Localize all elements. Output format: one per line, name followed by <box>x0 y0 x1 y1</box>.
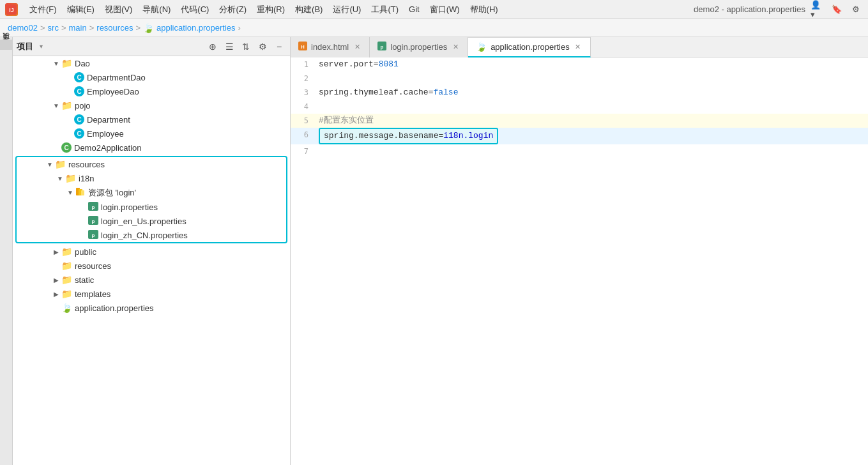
sidebar-flatten-icon[interactable]: ☰ <box>222 40 236 54</box>
folder-icon-i18n: 📁 <box>65 173 76 183</box>
code-line-4: 4 <box>291 100 868 114</box>
label-employee: Employee <box>87 129 124 139</box>
folder-icon-public: 📁 <box>61 247 72 257</box>
code-line-5: 5 #配置东实位置 <box>291 114 868 128</box>
label-i18n: i18n <box>79 174 95 183</box>
svg-text:H: H <box>301 44 305 50</box>
tab-label-index: index.html <box>311 42 349 52</box>
tree-item-employee[interactable]: C Employee <box>13 126 290 141</box>
tree-item-resources[interactable]: ▼ 📁 resources <box>17 157 286 171</box>
menu-navigate[interactable]: 导航(N) <box>137 3 176 17</box>
editor-area: H index.html ✕ p login.properties ✕ 🍃 ap… <box>291 37 868 465</box>
menu-window[interactable]: 窗口(W) <box>425 3 465 17</box>
line-num-1: 1 <box>291 57 316 72</box>
label-login-props: login.properties <box>101 202 158 212</box>
breadcrumb-resources[interactable]: resources <box>96 23 133 33</box>
tree-item-department[interactable]: C Department <box>13 112 290 126</box>
bookmark-icon[interactable]: 🔖 <box>830 3 844 17</box>
code-line6-prefix: spring.message.basename= <box>324 131 443 141</box>
tree-item-templates[interactable]: ▶ 📁 templates <box>13 287 290 301</box>
label-templates: templates <box>75 289 110 299</box>
tab-close-index[interactable]: ✕ <box>353 43 362 52</box>
tree-item-static[interactable]: ▶ 📁 static <box>13 273 290 287</box>
sidebar-close-icon[interactable]: − <box>272 40 286 54</box>
tree-item-public[interactable]: ▶ 📁 public <box>13 245 290 259</box>
tree-item-pojo[interactable]: ▼ 📁 pojo <box>13 98 290 112</box>
tree-item-dao[interactable]: ▼ 📁 Dao <box>13 56 290 70</box>
account-icon[interactable]: 👤▾ <box>811 3 825 17</box>
spring-leaf-icon-tree: 🍃 <box>61 303 72 313</box>
tree-item-i18n[interactable]: ▼ 📁 i18n <box>17 171 286 185</box>
props-icon-login: p <box>88 202 98 213</box>
bundle-icon <box>75 187 86 199</box>
menu-refactor[interactable]: 重构(R) <box>252 3 290 17</box>
main-layout: 项目 项目 ▾ ⊕ ☰ ⇅ ⚙ − ▼ 📁 Dao C D <box>0 37 868 465</box>
menu-analyze[interactable]: 分析(Z) <box>214 3 252 17</box>
folder-icon-resources: 📁 <box>55 159 66 169</box>
label-department: Department <box>87 115 130 125</box>
code-content-1: server.port=8081 <box>316 57 399 72</box>
html-icon: H <box>298 42 307 52</box>
code-line-3: 3 spring.thymeleaf.cache=false <box>291 86 868 100</box>
svg-text:p: p <box>92 204 95 210</box>
tree-item-resources-sub[interactable]: 📁 resources <box>13 259 290 273</box>
class-icon-department: C <box>74 114 84 125</box>
tree-item-employeedao[interactable]: C EmployeeDao <box>13 84 290 98</box>
code-line6-suffix: i18n.login <box>443 131 493 141</box>
resource-highlight-box: ▼ 📁 resources ▼ 📁 i18n ▼ 资源包 'login' <box>15 156 287 243</box>
tab-login-props[interactable]: p login.properties ✕ <box>370 37 468 57</box>
label-pojo: pojo <box>75 101 91 111</box>
folder-icon-dao: 📁 <box>61 58 72 68</box>
breadcrumb-main[interactable]: main <box>69 23 87 33</box>
tree-item-bundle-login[interactable]: ▼ 资源包 'login' <box>17 185 286 200</box>
sidebar-dropdown-icon[interactable]: ▾ <box>40 43 43 50</box>
menu-build[interactable]: 构建(B) <box>290 3 328 17</box>
tab-index-html[interactable]: H index.html ✕ <box>291 37 370 57</box>
arrow-public: ▶ <box>51 248 61 255</box>
menu-help[interactable]: 帮助(H) <box>465 3 503 17</box>
label-application-props: application.properties <box>75 303 154 313</box>
label-departmentdao: DepartmentDao <box>87 73 146 82</box>
arrow-resources: ▼ <box>45 161 55 168</box>
breadcrumb-appprops[interactable]: application.properties <box>156 23 236 33</box>
menu-code[interactable]: 代码(C) <box>176 3 214 17</box>
tree-item-login-props[interactable]: p login.properties <box>17 200 286 214</box>
label-employeedao: EmployeeDao <box>87 87 139 96</box>
panel-tab-project[interactable]: 项目 <box>0 40 12 50</box>
window-title-label: demo2 - application.properties <box>694 4 805 14</box>
sidebar-title: 项目 <box>17 41 33 52</box>
sidebar-tree[interactable]: ▼ 📁 Dao C DepartmentDao C EmployeeDao ▼ … <box>13 56 290 465</box>
menu-git[interactable]: Git <box>404 3 425 15</box>
menu-view[interactable]: 视图(V) <box>100 3 137 17</box>
menu-run[interactable]: 运行(U) <box>328 3 366 17</box>
settings-icon[interactable]: ⚙ <box>849 3 863 17</box>
menu-file[interactable]: 文件(F) <box>24 3 62 17</box>
label-resources: resources <box>68 160 105 169</box>
tab-close-login-props[interactable]: ✕ <box>451 43 460 52</box>
tree-item-login-zh-props[interactable]: p login_zh_CN.properties <box>17 228 286 242</box>
tree-item-departmentdao[interactable]: C DepartmentDao <box>13 70 290 84</box>
tree-item-application-props[interactable]: 🍃 application.properties <box>13 301 290 315</box>
svg-rect-4 <box>81 190 84 195</box>
menu-tools[interactable]: 工具(T) <box>366 3 404 17</box>
code-editor[interactable]: 1 server.port=8081 2 3 spring.thymeleaf.… <box>291 57 868 465</box>
sidebar: 项目 ▾ ⊕ ☰ ⇅ ⚙ − ▼ 📁 Dao C DepartmentDao <box>13 37 291 465</box>
tab-application-props[interactable]: 🍃 application.properties ✕ <box>468 37 591 57</box>
tree-item-demo2app[interactable]: C Demo2Application <box>13 141 290 155</box>
sidebar-sort-icon[interactable]: ⇅ <box>239 40 253 54</box>
code-line-1: 1 server.port=8081 <box>291 57 868 72</box>
sidebar-settings-icon[interactable]: ⚙ <box>255 40 270 54</box>
tree-item-login-en-props[interactable]: p login_en_Us.properties <box>17 214 286 228</box>
label-public: public <box>75 247 96 257</box>
arrow-static: ▶ <box>51 277 61 284</box>
menu-edit[interactable]: 编辑(E) <box>62 3 100 17</box>
sidebar-scope-icon[interactable]: ⊕ <box>206 40 220 54</box>
arrow-dao: ▼ <box>51 60 61 67</box>
arrow-templates: ▶ <box>51 291 61 298</box>
label-login-zh-props: login_zh_CN.properties <box>101 231 188 240</box>
line-num-6: 6 <box>291 128 316 142</box>
breadcrumb-src[interactable]: src <box>48 23 59 33</box>
line-num-7: 7 <box>291 144 316 158</box>
breadcrumb-demo02[interactable]: demo02 <box>8 23 38 33</box>
tab-close-appprops[interactable]: ✕ <box>574 42 582 51</box>
